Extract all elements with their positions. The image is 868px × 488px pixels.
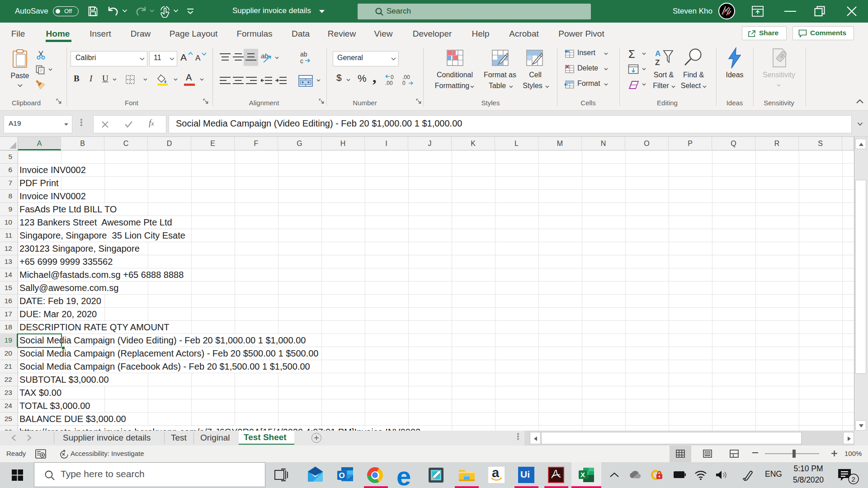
svg-text:Z: Z (655, 58, 660, 67)
svg-text:c: c (300, 57, 303, 64)
svg-text:0: 0 (402, 80, 406, 86)
svg-text:.00: .00 (402, 74, 410, 80)
svg-text:ab: ab (261, 52, 269, 60)
svg-text:X: X (580, 471, 585, 479)
svg-text:.00: .00 (385, 80, 393, 86)
svg-text:O: O (339, 471, 345, 480)
svg-text:A: A (655, 49, 660, 58)
svg-text:2: 2 (852, 475, 855, 483)
svg-text:0: 0 (391, 74, 394, 80)
svg-text:ab: ab (300, 51, 307, 58)
